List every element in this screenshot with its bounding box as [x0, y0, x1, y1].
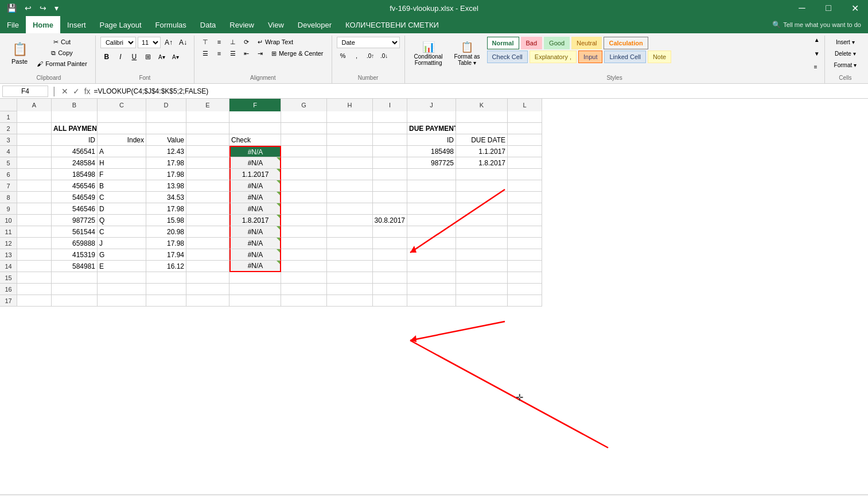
maximize-btn[interactable]: □ — [815, 0, 842, 16]
font-size-increase-btn[interactable]: A↑ — [162, 37, 175, 48]
cell-K14[interactable] — [456, 261, 508, 272]
cell-C10[interactable]: Q — [98, 215, 146, 226]
style-input-btn[interactable]: Input — [578, 51, 602, 63]
grid-scroll[interactable]: A B C D E F G H I J K L 1 — [0, 99, 868, 494]
cell-F14[interactable]: #N/A — [229, 261, 281, 272]
cell-D11[interactable]: 20.98 — [146, 226, 186, 238]
menu-page-layout[interactable]: Page Layout — [93, 16, 149, 33]
cell-H1[interactable] — [327, 111, 373, 123]
cell-E5[interactable] — [186, 157, 229, 169]
cell-H2[interactable] — [327, 123, 373, 134]
conditional-formatting-btn[interactable]: 📊 Conditional Formatting — [410, 37, 447, 70]
align-center-btn[interactable]: ≡ — [213, 48, 225, 59]
cell-B1[interactable] — [52, 111, 98, 123]
cut-button[interactable]: ✂ Cut — [50, 37, 74, 47]
cell-B9[interactable]: 546546 — [52, 203, 98, 215]
cell-I16[interactable] — [373, 284, 407, 295]
border-btn[interactable]: ⊞ — [142, 51, 154, 63]
cell-B12[interactable]: 659888 — [52, 238, 98, 249]
align-top-btn[interactable]: ⊤ — [199, 37, 212, 47]
cell-C6[interactable]: F — [98, 169, 146, 180]
cell-G16[interactable] — [281, 284, 327, 295]
menu-file[interactable]: File — [0, 16, 26, 33]
cell-F1[interactable] — [229, 111, 281, 123]
cell-H12[interactable] — [327, 238, 373, 249]
cell-G8[interactable] — [281, 192, 327, 203]
col-header-G[interactable]: G — [281, 99, 327, 111]
cell-D1[interactable] — [146, 111, 186, 123]
cell-G9[interactable] — [281, 203, 327, 215]
cell-E14[interactable] — [186, 261, 229, 272]
cell-C8[interactable]: C — [98, 192, 146, 203]
cell-H5[interactable] — [327, 157, 373, 169]
font-size-decrease-btn[interactable]: A↓ — [177, 37, 189, 48]
wrap-text-btn[interactable]: ↵ Wrap Text — [254, 37, 297, 47]
enter-formula-btn[interactable]: ✓ — [72, 86, 81, 97]
col-header-E[interactable]: E — [186, 99, 229, 111]
cell-E2[interactable] — [186, 123, 229, 134]
cell-L16[interactable] — [508, 284, 542, 295]
cell-A12[interactable] — [17, 238, 52, 249]
styles-scroll-up[interactable]: ▲ — [814, 37, 820, 43]
cell-G10[interactable] — [281, 215, 327, 226]
cell-D2[interactable] — [146, 123, 186, 134]
cell-L10[interactable] — [508, 215, 542, 226]
decrease-decimal-btn[interactable]: .0↓ — [378, 50, 391, 61]
cell-B13[interactable]: 415319 — [52, 249, 98, 261]
cell-J1[interactable] — [407, 111, 456, 123]
cell-J2[interactable]: DUE PAYMENTS — [407, 123, 456, 134]
cell-D5[interactable]: 17.98 — [146, 157, 186, 169]
indent-increase-btn[interactable]: ⇥ — [254, 48, 267, 59]
cell-D3[interactable]: Value — [146, 134, 186, 146]
cell-L5[interactable] — [508, 157, 542, 169]
cell-L12[interactable] — [508, 238, 542, 249]
cell-B4[interactable]: 456541 — [52, 146, 98, 157]
cell-C3[interactable]: Index — [98, 134, 146, 146]
col-header-B[interactable]: B — [52, 99, 98, 111]
cell-H7[interactable] — [327, 180, 373, 192]
cell-A10[interactable] — [17, 215, 52, 226]
cell-A7[interactable] — [17, 180, 52, 192]
cell-K9[interactable] — [456, 203, 508, 215]
cell-I1[interactable] — [373, 111, 407, 123]
col-header-C[interactable]: C — [98, 99, 146, 111]
cell-F7[interactable]: #N/A — [229, 180, 281, 192]
cell-E17[interactable] — [186, 295, 229, 307]
cell-K15[interactable] — [456, 272, 508, 284]
menu-search[interactable]: 🔍 Tell me what you want to do — [765, 16, 868, 33]
cell-J3[interactable]: ID — [407, 134, 456, 146]
cell-E6[interactable] — [186, 169, 229, 180]
cell-J5[interactable]: 987725 — [407, 157, 456, 169]
style-note-btn[interactable]: Note — [648, 51, 671, 63]
cell-A13[interactable] — [17, 249, 52, 261]
cell-G17[interactable] — [281, 295, 327, 307]
cell-F13[interactable]: #N/A — [229, 249, 281, 261]
cell-I12[interactable] — [373, 238, 407, 249]
cell-J9[interactable] — [407, 203, 456, 215]
style-linked-btn[interactable]: Linked Cell — [604, 51, 645, 63]
cell-A15[interactable] — [17, 272, 52, 284]
cell-B3[interactable]: ID — [52, 134, 98, 146]
cell-G4[interactable] — [281, 146, 327, 157]
cell-F2[interactable] — [229, 123, 281, 134]
cell-C17[interactable] — [98, 295, 146, 307]
cell-G5[interactable] — [281, 157, 327, 169]
style-explanatory-btn[interactable]: Explanatory , — [530, 51, 577, 63]
col-header-L[interactable]: L — [508, 99, 542, 111]
cell-J15[interactable] — [407, 272, 456, 284]
undo-qat-btn[interactable]: ↩ — [22, 2, 34, 14]
cell-J8[interactable] — [407, 192, 456, 203]
cell-C13[interactable]: G — [98, 249, 146, 261]
style-normal-btn[interactable]: Normal — [487, 37, 519, 49]
cell-E7[interactable] — [186, 180, 229, 192]
cell-H15[interactable] — [327, 272, 373, 284]
cell-H16[interactable] — [327, 284, 373, 295]
style-bad-btn[interactable]: Bad — [521, 37, 543, 49]
cell-I3[interactable] — [373, 134, 407, 146]
formula-input[interactable] — [94, 87, 866, 95]
cell-F6[interactable]: 1.1.2017 — [229, 169, 281, 180]
cell-K5[interactable]: 1.8.2017 — [456, 157, 508, 169]
cell-H14[interactable] — [327, 261, 373, 272]
cell-H3[interactable] — [327, 134, 373, 146]
cell-C9[interactable]: D — [98, 203, 146, 215]
